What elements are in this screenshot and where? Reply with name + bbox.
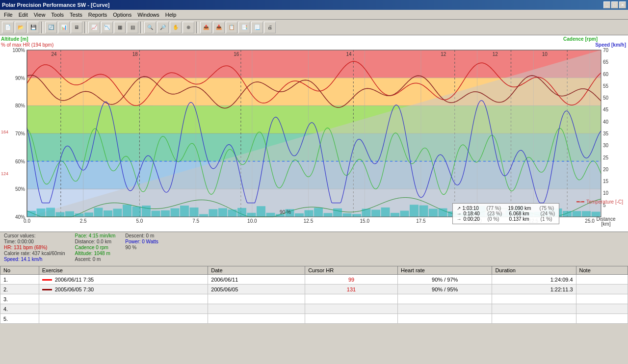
toolbar-export3[interactable]: 📋 [226,22,237,33]
toolbar-sep-4 [196,22,198,33]
lap-row-3: → 0:00:20 (0 %) 0.137 km (1 %) [457,216,555,222]
toolbar-chart[interactable]: 📈 [88,22,100,33]
cell-note [576,294,628,304]
table-container[interactable]: No Exercise Date Cursor HR Heart rate Du… [0,266,628,364]
time-row: Time: 0:00:00 [4,239,65,244]
cell-duration: 1:24:09.4 [492,275,576,285]
cell-duration [492,304,576,314]
cell-exercise [39,304,208,314]
toolbar-export6[interactable]: 🖨 [264,22,276,33]
info-panel: Cursor values: Time: 0:00:00 HR: 131 bpm… [0,232,628,266]
toolbar-export2[interactable]: 📥 [213,22,225,33]
menu-view[interactable]: View [31,11,49,19]
cell-date: 2005/06/05 [208,285,305,294]
cell-exercise [39,314,208,324]
col-cursor-hr: Cursor HR [305,266,398,275]
lap-row-2: → 0:18:40 (23 %) 6.068 km (24 %) [457,211,555,216]
chart-area[interactable]: Altitude [m] % of max HR (194 bpm) Caden… [0,35,628,232]
toolbar-select[interactable]: ⊕ [183,22,194,33]
cell-duration: 1:22:11.3 [492,285,576,294]
cell-note [576,285,628,294]
toolbar-export4[interactable]: 📑 [238,22,250,33]
table-row[interactable]: 4. [0,304,628,314]
toolbar-zoom-out[interactable]: 🔎 [157,22,169,33]
cell-heart-rate: 90% / 95% [397,285,492,294]
toolbar-pan[interactable]: ✋ [170,22,182,33]
toolbar: 📄 📂 💾 🔄 📊 🖥 📈 📉 ▦ ▤ 🔍 🔎 ✋ ⊕ 📤 📥 📋 📑 📃 🖨 [0,20,628,35]
cell-heart-rate [397,294,492,304]
menu-edit[interactable]: Edit [16,11,31,19]
info-col-1: Cursor values: Time: 0:00:00 HR: 131 bpm… [4,233,65,265]
toolbar-table[interactable]: ▤ [127,22,138,33]
menu-tests[interactable]: Tests [67,11,85,19]
main-content: Altitude [m] % of max HR (194 bpm) Caden… [0,35,628,364]
cell-no: 3. [0,294,39,304]
toolbar-btn2[interactable]: 📊 [58,22,70,33]
menu-tools[interactable]: Tools [48,11,67,19]
pace-row: Pace: 4:15 min/km [75,233,116,238]
pct-label: 90 % [125,245,158,250]
cell-exercise [39,294,208,304]
toolbar-sep-3 [140,22,142,33]
cell-cursor-hr [305,304,398,314]
toolbar-save[interactable]: 💾 [27,22,39,33]
col-heart-rate: Heart rate [397,266,492,275]
toolbar-open[interactable]: 📂 [15,22,26,33]
col-duration: Duration [492,266,576,275]
toolbar-export1[interactable]: 📤 [200,22,212,33]
cell-duration [492,314,576,324]
altitude-axis-label: Altitude [m] [1,36,28,42]
toolbar-sep-2 [84,22,86,33]
toolbar-export5[interactable]: 📃 [251,22,263,33]
menu-windows[interactable]: Windows [134,11,162,19]
cell-no: 2. [0,285,39,294]
cell-no: 5. [0,314,39,324]
col-note: Note [576,266,628,275]
cell-date: 2006/06/11 [208,275,305,285]
minimize-button[interactable]: _ [603,1,610,8]
cell-note [576,275,628,285]
cell-cursor-hr [305,314,398,324]
cell-heart-rate: 90% / 97% [397,275,492,285]
toolbar-grid[interactable]: ▦ [114,22,126,33]
title-bar: Polar Precision Performance SW - [Curve]… [0,0,628,10]
toolbar-new[interactable]: 📄 [2,22,14,33]
cell-note [576,304,628,314]
cadence-axis-label: Cadence [rpm] [563,36,598,42]
toolbar-sep-1 [41,22,43,33]
toolbar-bar[interactable]: 📉 [101,22,113,33]
toolbar-zoom-in[interactable]: 🔍 [144,22,156,33]
cell-note [576,314,628,324]
info-col-3: Descent: 0 m Power: 0 Watts 90 % [125,233,158,265]
cell-no: 1. [0,275,39,285]
cell-heart-rate [397,304,492,314]
cell-cursor-hr [305,294,398,304]
table-row[interactable]: 5. [0,314,628,324]
close-button[interactable]: × [619,1,626,8]
menu-reports[interactable]: Reports [85,11,110,19]
cell-date [208,304,305,314]
cadence-row: Cadence 0 rpm [75,245,116,250]
col-no: No [0,266,39,275]
cell-duration [492,294,576,304]
col-date: Date [208,266,305,275]
cursor-label: Cursor values: [4,233,65,238]
table-row[interactable]: 2.2005/06/05 7:302005/06/0513190% / 95%1… [0,285,628,294]
temp-legend: Temperature [-C] [576,199,623,205]
lap-row-1: ↗ 1:03:10 (77 %) 19.090 km (75 %) [457,206,555,211]
maximize-button[interactable]: □ [611,1,618,8]
menu-options[interactable]: Options [110,11,134,19]
app-title: Polar Precision Performance SW - [Curve] [2,2,109,8]
toolbar-btn3[interactable]: 🖥 [71,22,82,33]
table-row[interactable]: 3. [0,294,628,304]
cell-cursor-hr: 99 [305,275,398,285]
speed-row: Speed: 14.1 km/h [4,257,65,262]
cell-exercise: 2006/06/11 7:35 [39,275,208,285]
hr-row: HR: 131 bpm (68%) [4,245,65,250]
toolbar-refresh[interactable]: 🔄 [45,22,57,33]
menu-file[interactable]: File [1,11,16,19]
calorie-row: Calorie rate: 437 kcal/60min [4,251,65,256]
menu-help[interactable]: Help [162,11,180,19]
altitude-row: Altitude: 1048 m [75,251,116,256]
table-row[interactable]: 1.2006/06/11 7:352006/06/119990% / 97%1:… [0,275,628,285]
